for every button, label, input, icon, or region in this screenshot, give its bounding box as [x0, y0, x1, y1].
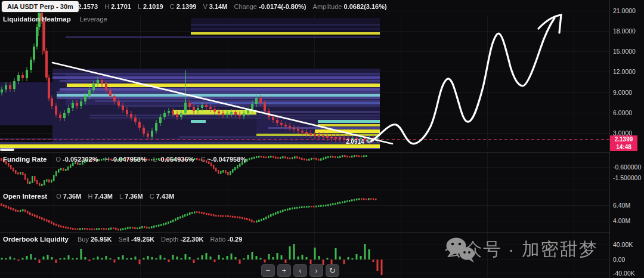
- field-value: -0.29: [227, 236, 242, 243]
- ohlc-value: 2.1019: [143, 3, 163, 10]
- last-price-badge: 2.1399: [610, 135, 637, 143]
- price-axis-label: 9.0000: [613, 89, 632, 96]
- field-value: 26.95K: [91, 236, 112, 243]
- ohlc-label: C: [170, 3, 175, 10]
- field-value: ~-0.047958%: [207, 156, 246, 163]
- refresh-icon: ↻: [329, 266, 336, 275]
- panel-divider: [0, 152, 609, 153]
- arrowhead-drawing: [538, 15, 561, 33]
- main-panel-header: Liquidation Heatmap Leverage: [3, 16, 107, 23]
- orderbook-header: Orderbook Liquidity Buy26.95K Sell-49.25…: [3, 236, 242, 243]
- field-label: O: [56, 156, 61, 163]
- field-label: L: [119, 193, 123, 200]
- price-axis-label: 21.0000: [613, 7, 636, 14]
- ob-axis-label: 40.00K: [613, 241, 633, 248]
- field-label: Sell: [118, 236, 129, 243]
- field-label: Depth: [161, 236, 178, 243]
- chevron-left-icon: ‹: [299, 266, 301, 275]
- field-label: L: [153, 156, 157, 163]
- ohlc-row: O2.1573 H2.1701 L2.1019 C2.1399 V3.14M C…: [71, 3, 387, 10]
- trendline-drawing[interactable]: [52, 63, 392, 144]
- volume-label: V: [203, 3, 207, 10]
- amplitude-value: 0.0682(3.16%): [343, 3, 386, 10]
- price-axis-label: 12.0000: [613, 68, 636, 75]
- bullish-arrow-drawing[interactable]: [371, 18, 555, 144]
- edit-icon: ✎: [366, 139, 371, 145]
- field-label: O: [56, 193, 61, 200]
- funding-axis-label: -1.500000: [613, 174, 641, 181]
- ob-axis-label: 0.00: [613, 256, 625, 263]
- pan-right-button[interactable]: ›: [309, 264, 323, 277]
- price-axis-label: 6.0000: [613, 109, 632, 116]
- funding-axis-label: -0.600000: [613, 163, 641, 171]
- volume-value: 3.14M: [209, 3, 228, 10]
- field-label: Ratio: [210, 236, 226, 243]
- amplitude-label: Amplitude: [313, 3, 342, 10]
- panel-title: Funding Rate: [3, 156, 47, 163]
- oi-axis-label: 6.40M: [613, 202, 630, 209]
- field-label: C: [200, 156, 205, 163]
- panel-title: Orderbook Liquidity: [3, 236, 69, 243]
- wechat-icon: [445, 236, 476, 264]
- funding-rate-header: Funding Rate O-0.052302% H-0.047958% L-0…: [3, 156, 246, 163]
- horizontal-scrollbar[interactable]: [0, 149, 14, 151]
- field-value: -0.054936%: [159, 156, 194, 163]
- ob-axis-label: -40.00K: [613, 270, 635, 277]
- panel-title: Liquidation Heatmap: [3, 16, 71, 23]
- pan-left-button[interactable]: ‹: [293, 264, 307, 277]
- panel-divider: [0, 190, 609, 190]
- field-value: 7.36M: [63, 193, 82, 200]
- symbol-timeframe-tag[interactable]: AIA USDT Perp - 30m: [1, 1, 79, 13]
- last-time-badge: 14:48: [610, 143, 637, 151]
- watermark: 公众号 · 加密甜梦: [445, 237, 598, 262]
- ohlc-value: 2.1701: [111, 3, 131, 10]
- change-value: -0.0174(-0.80%): [259, 3, 306, 10]
- open-interest-header: Open Interest O7.36M H7.43M L7.36M C7.43…: [3, 193, 174, 200]
- chart-nav-toolbar: − + ‹ › ↻: [261, 264, 339, 277]
- price-level-label[interactable]: 2.0914✎: [346, 138, 370, 145]
- zoom-out-button[interactable]: −: [261, 264, 275, 277]
- ohlc-label: L: [138, 3, 141, 10]
- panel-divider: [0, 232, 609, 233]
- field-label: H: [104, 156, 109, 163]
- field-value: 7.43M: [156, 193, 175, 200]
- price-axis-label: 18.0000: [613, 27, 636, 35]
- trading-app-window: AIA USDT Perp - 30m O2.1573 H2.1701 L2.1…: [0, 0, 644, 278]
- field-value: -22.30K: [180, 236, 203, 243]
- field-label: H: [88, 193, 92, 200]
- drawing-overlay: [0, 0, 609, 153]
- price-axis-label: 15.0000: [613, 48, 636, 55]
- ohlc-label: H: [104, 3, 109, 10]
- field-value: -49.25K: [131, 236, 154, 243]
- field-label: C: [150, 193, 154, 200]
- change-label: Change: [234, 3, 257, 10]
- field-value: -0.052302%: [63, 156, 98, 163]
- ohlc-value: 2.1399: [177, 3, 197, 10]
- refresh-button[interactable]: ↻: [326, 264, 339, 277]
- ohlc-value: 2.1573: [78, 3, 98, 10]
- field-value: 7.36M: [125, 193, 143, 200]
- chevron-right-icon: ›: [315, 266, 317, 275]
- field-label: Buy: [78, 236, 89, 243]
- panel-title: Open Interest: [3, 193, 47, 200]
- minus-icon: −: [266, 266, 271, 275]
- plus-icon: +: [282, 266, 287, 275]
- oi-axis-label: 4.00M: [613, 217, 630, 224]
- field-value: 7.43M: [94, 193, 113, 200]
- leverage-dropdown[interactable]: Leverage: [80, 16, 107, 23]
- zoom-in-button[interactable]: +: [277, 264, 291, 277]
- field-value: -0.047958%: [111, 156, 146, 163]
